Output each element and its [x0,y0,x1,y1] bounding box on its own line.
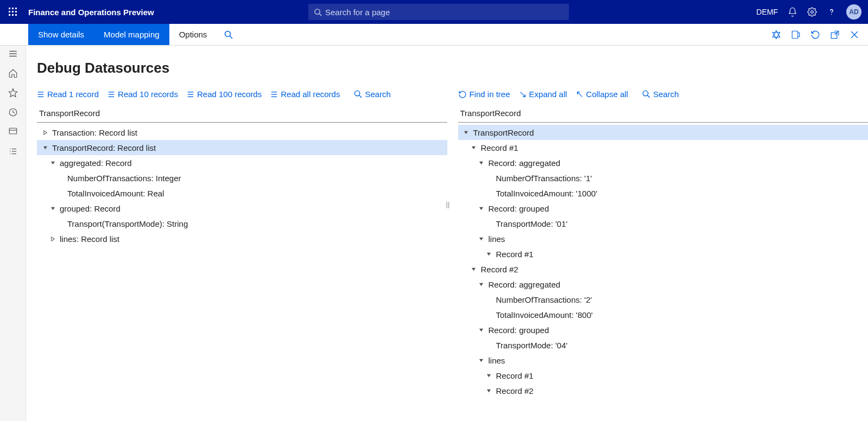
tree-row[interactable]: Transaction: Record list [37,125,447,140]
svg-marker-61 [487,252,491,255]
left-search-button[interactable]: Search [354,90,391,99]
tree-row[interactable]: Record: grouped [458,322,869,337]
attach-icon[interactable] [771,30,781,40]
tree-row[interactable]: Record #2 [458,261,869,277]
svg-line-52 [520,92,525,97]
svg-marker-47 [43,130,46,134]
svg-line-53 [577,92,582,97]
tree-row-label: NumberOfTransactions: Integer [65,174,181,183]
read-1-button[interactable]: Read 1 record [37,90,99,99]
tree-row[interactable]: TransportMode: '04' [458,337,869,353]
hamburger-icon[interactable] [8,49,18,59]
svg-line-14 [230,36,233,39]
modules-icon[interactable] [8,146,18,156]
svg-rect-25 [9,128,17,134]
workspaces-icon[interactable] [8,127,18,137]
tree-row[interactable]: lines [458,353,869,368]
tree-row-label: Record #2 [479,265,518,274]
right-search-button[interactable]: Search [642,90,679,99]
tree-row[interactable]: Record: grouped [458,201,869,216]
chevron-down-icon[interactable] [477,328,486,333]
chevron-down-icon[interactable] [48,161,58,165]
svg-marker-23 [9,89,17,97]
tree-row[interactable]: TotalInvoicedAmount: Real [37,186,447,201]
chevron-down-icon[interactable] [484,388,494,393]
close-icon[interactable] [850,30,859,40]
global-search[interactable] [308,4,569,20]
chevron-down-icon[interactable] [477,237,486,241]
chevron-right-icon[interactable] [48,237,58,241]
expand-all-button[interactable]: Expand all [519,90,567,99]
tree-row[interactable]: Record #1 [458,246,869,261]
chevron-down-icon[interactable] [484,373,494,378]
tree-row[interactable]: Record: aggregated [458,277,869,292]
star-icon[interactable] [8,88,18,98]
tree-row-label: aggregated: Record [58,158,132,168]
refresh-icon[interactable] [810,30,820,40]
tree-row[interactable]: NumberOfTransactions: '2' [458,292,869,307]
chevron-down-icon[interactable] [48,206,58,211]
chevron-down-icon[interactable] [469,145,479,150]
svg-marker-50 [50,207,54,209]
tree-row[interactable]: TransportRecord [458,125,869,140]
tree-row-label: lines [486,356,505,365]
tree-row[interactable]: grouped: Record [37,201,447,216]
left-pane: Read 1 record Read 10 records Read 100 r… [37,86,447,413]
tab-options[interactable]: Options [169,24,217,45]
bell-icon[interactable] [788,7,797,17]
tree-row[interactable]: TransportMode: '01' [458,216,869,231]
left-tree[interactable]: Transaction: Record listTransportRecord:… [37,125,447,246]
chevron-down-icon[interactable] [477,161,486,165]
waffle-icon[interactable] [0,8,26,16]
tree-row[interactable]: Record #2 [458,383,869,398]
tree-row-label: lines: Record list [58,234,119,244]
tree-row[interactable]: lines [458,231,869,246]
tree-row[interactable]: TotalInvoicedAmount: '800' [458,307,869,322]
tree-row[interactable]: lines: Record list [37,231,447,246]
right-tree[interactable]: TransportRecordRecord #1Record: aggregat… [458,125,869,398]
read-10-button[interactable]: Read 10 records [107,90,178,99]
office-icon[interactable] [791,30,801,40]
tree-row-label: TransportMode: '04' [494,341,568,350]
svg-rect-7 [12,14,14,16]
tree-row[interactable]: Record #1 [458,140,869,155]
tab-model-mapping[interactable]: Model mapping [94,24,169,45]
tree-row-label: Record #2 [494,386,534,396]
svg-rect-0 [9,8,10,9]
chevron-down-icon[interactable] [477,282,486,287]
chevron-down-icon[interactable] [461,130,471,135]
svg-marker-57 [472,146,476,149]
svg-marker-64 [479,328,483,331]
chevron-down-icon[interactable] [477,206,486,211]
tree-row[interactable]: Record: aggregated [458,155,869,170]
read-all-button[interactable]: Read all records [270,90,340,99]
chevron-down-icon[interactable] [477,358,486,363]
tree-row[interactable]: TotalInvoicedAmount: '1000' [458,186,869,201]
chevron-down-icon[interactable] [469,267,479,272]
gear-icon[interactable] [807,7,817,17]
read-100-button[interactable]: Read 100 records [187,90,262,99]
ribbon-search-icon[interactable] [217,24,240,45]
tree-row[interactable]: Transport(TransportMode): String [37,216,447,231]
tree-row[interactable]: Record #1 [458,368,869,383]
chevron-down-icon[interactable] [40,145,50,150]
company-picker[interactable]: DEMF [756,8,778,16]
tree-row[interactable]: aggregated: Record [37,155,447,170]
global-search-input[interactable] [325,8,563,17]
tree-row-label: Transaction: Record list [50,128,137,137]
help-icon[interactable] [827,7,837,17]
tab-show-details[interactable]: Show details [28,24,94,45]
tree-row[interactable]: NumberOfTransactions: Integer [37,170,447,186]
left-rail [0,46,26,421]
avatar[interactable]: AD [846,4,861,20]
tree-row[interactable]: TransportRecord: Record list [37,140,447,155]
chevron-down-icon[interactable] [484,252,494,257]
find-in-tree-button[interactable]: Find in tree [458,90,510,99]
collapse-all-button[interactable]: Collapse all [576,90,629,99]
home-icon[interactable] [8,68,18,78]
recent-icon[interactable] [8,107,18,117]
popout-icon[interactable] [830,30,840,40]
chevron-right-icon[interactable] [40,130,50,135]
svg-marker-59 [479,207,483,209]
tree-row[interactable]: NumberOfTransactions: '1' [458,170,869,186]
